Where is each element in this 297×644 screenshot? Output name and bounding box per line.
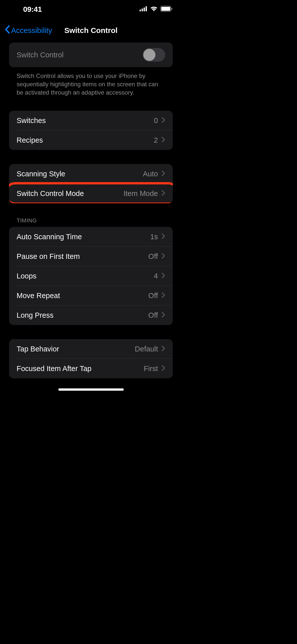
long-press-row[interactable]: Long Press Off (9, 305, 173, 325)
row-value: First (144, 365, 158, 373)
row-label: Loops (17, 272, 36, 280)
row-value: Off (148, 292, 158, 300)
chevron-right-icon (161, 170, 165, 177)
chevron-right-icon (161, 190, 165, 197)
row-label: Focused Item After Tap (17, 365, 92, 373)
svg-rect-3 (146, 6, 147, 11)
row-value: 2 (154, 136, 158, 144)
chevron-right-icon (161, 312, 165, 319)
row-label: Switch Control Mode (17, 189, 84, 198)
chevron-right-icon (161, 345, 165, 352)
navigation-bar: Accessibility Switch Control (0, 15, 182, 43)
row-label: Recipes (17, 136, 43, 144)
timing-header: TIMING (9, 217, 173, 227)
row-label: Auto Scanning Time (17, 233, 82, 241)
row-value: Default (135, 345, 158, 353)
row-value: 1s (150, 233, 158, 241)
cellular-icon (140, 6, 148, 12)
chevron-right-icon (161, 137, 165, 144)
row-label: Switch Control (17, 51, 64, 59)
svg-rect-2 (144, 8, 145, 11)
battery-icon (160, 6, 173, 13)
status-time: 09:41 (9, 5, 42, 14)
tap-behavior-row[interactable]: Tap Behavior Default (9, 339, 173, 359)
status-icons (140, 6, 173, 13)
row-label: Pause on First Item (17, 252, 80, 261)
row-value: Off (148, 252, 158, 261)
row-value: Auto (143, 170, 158, 178)
chevron-right-icon (161, 253, 165, 260)
svg-rect-0 (140, 10, 141, 11)
chevron-right-icon (161, 117, 165, 124)
chevron-right-icon (161, 233, 165, 240)
toggle-knob (143, 49, 155, 61)
svg-rect-1 (142, 9, 143, 11)
row-value: 4 (154, 272, 158, 280)
auto-scanning-time-row[interactable]: Auto Scanning Time 1s (9, 227, 173, 247)
row-label: Move Repeat (17, 292, 60, 300)
status-bar: 09:41 (0, 0, 182, 15)
switch-control-toggle-row[interactable]: Switch Control (9, 43, 173, 67)
section-description: Switch Control allows you to use your iP… (9, 67, 173, 97)
chevron-right-icon (161, 365, 165, 372)
scanning-style-row[interactable]: Scanning Style Auto (9, 164, 173, 184)
move-repeat-row[interactable]: Move Repeat Off (9, 286, 173, 305)
row-label: Switches (17, 116, 46, 125)
row-label: Scanning Style (17, 170, 65, 178)
row-label: Tap Behavior (17, 345, 59, 353)
chevron-left-icon (5, 25, 10, 35)
svg-rect-5 (161, 7, 170, 11)
back-label: Accessibility (11, 26, 52, 35)
pause-on-first-item-row[interactable]: Pause on First Item Off (9, 247, 173, 266)
row-label: Long Press (17, 311, 54, 319)
recipes-row[interactable]: Recipes 2 (9, 130, 173, 150)
wifi-icon (150, 6, 158, 13)
back-button[interactable]: Accessibility (5, 25, 52, 35)
toggle-switch[interactable] (143, 48, 165, 62)
loops-row[interactable]: Loops 4 (9, 266, 173, 286)
chevron-right-icon (161, 292, 165, 299)
svg-rect-6 (172, 8, 172, 10)
switch-control-mode-row[interactable]: Switch Control Mode Item Mode (9, 184, 173, 203)
focused-item-after-tap-row[interactable]: Focused Item After Tap First (9, 359, 173, 378)
switches-row[interactable]: Switches 0 (9, 111, 173, 130)
row-value: Off (148, 311, 158, 319)
chevron-right-icon (161, 272, 165, 279)
row-value: Item Mode (123, 189, 158, 198)
home-indicator[interactable] (58, 388, 124, 391)
page-title: Switch Control (64, 26, 118, 35)
row-value: 0 (154, 116, 158, 125)
